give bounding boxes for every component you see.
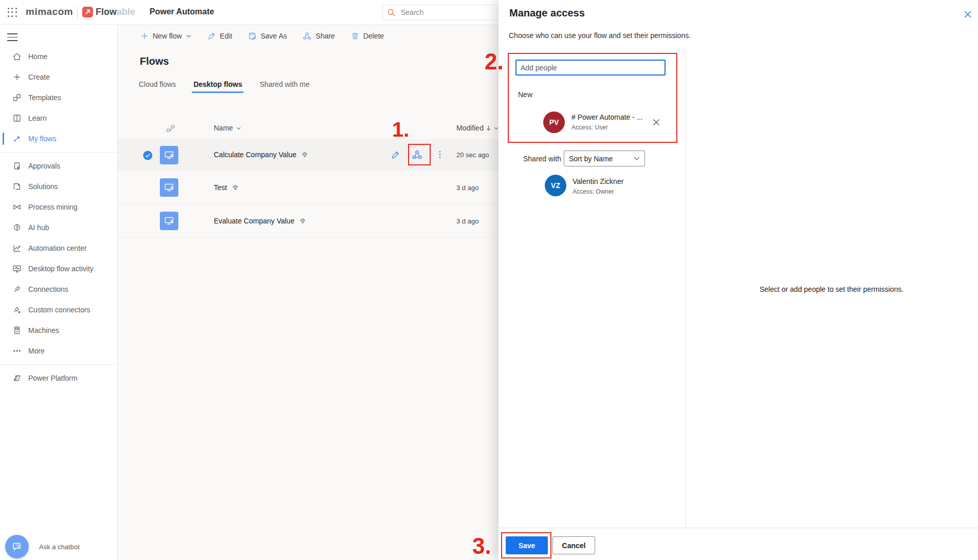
- book-icon: [12, 113, 22, 123]
- premium-diamond-icon: [301, 151, 308, 158]
- desktop-flow-icon: [160, 212, 178, 230]
- avatar: PV: [543, 111, 565, 133]
- table-row[interactable]: Test 3 d ago: [118, 171, 499, 204]
- share-icon: [302, 31, 312, 41]
- search-box[interactable]: [382, 5, 516, 20]
- cancel-button[interactable]: Cancel: [552, 536, 595, 554]
- sidebar-item-ai-hub[interactable]: AI hub: [0, 217, 117, 238]
- sidebar-item-connections[interactable]: Connections: [0, 279, 117, 300]
- approvals-icon: [12, 161, 22, 171]
- table-row[interactable]: Evaluate Company Value 3 d ago: [118, 204, 499, 238]
- selected-check-icon[interactable]: [143, 151, 153, 160]
- sidebar-item-process-mining[interactable]: Process mining: [0, 197, 117, 217]
- flows-toolbar: New flow Edit Save As Share Delete: [140, 25, 384, 47]
- power-automate-window: mimacom Flow able Power Automate Home Cr…: [0, 0, 978, 560]
- logo-divider: [77, 6, 78, 18]
- row-more-icon[interactable]: [435, 150, 445, 160]
- sidebar-item-more[interactable]: More: [0, 341, 117, 361]
- sidebar-item-home[interactable]: Home: [0, 46, 117, 67]
- flow-type-column-icon: [165, 123, 176, 134]
- sidebar-item-machines[interactable]: Machines: [0, 320, 117, 341]
- app-launcher-icon[interactable]: [7, 7, 18, 18]
- remove-person-icon[interactable]: [652, 118, 661, 127]
- sort-descending-icon: [486, 125, 491, 132]
- tab-shared-with-me[interactable]: Shared with me: [258, 78, 311, 93]
- premium-diamond-icon: [232, 184, 239, 191]
- row-edit-icon[interactable]: [390, 150, 401, 160]
- desktop-flow-icon: [160, 146, 178, 164]
- sort-by-dropdown[interactable]: Sort by Name: [564, 151, 645, 166]
- manage-access-panel: Manage access Choose who can use your fl…: [499, 0, 978, 560]
- sidebar-item-automation-center[interactable]: Automation center: [0, 238, 117, 258]
- save-as-icon: [248, 31, 257, 41]
- panel-subtitle: Choose who can use your flow and set the…: [509, 31, 691, 40]
- edit-button[interactable]: Edit: [207, 31, 232, 41]
- annotation-step-3: 3.: [472, 533, 491, 559]
- flow-tabs: Cloud flows Desktop flows Shared with me: [137, 78, 311, 93]
- save-button[interactable]: Save: [506, 536, 548, 554]
- sidebar-item-custom-connectors[interactable]: Custom connectors: [0, 300, 117, 320]
- svg-text:?: ?: [15, 544, 18, 548]
- templates-icon: [12, 92, 22, 103]
- sidebar-divider: [0, 364, 117, 365]
- new-person-access: Access: User: [571, 124, 608, 131]
- mimacom-logo: mimacom: [26, 6, 73, 17]
- flow-modified: 3 d ago: [456, 184, 478, 192]
- flowable-logo-icon: [82, 7, 93, 17]
- sidebar-item-desktop-flow-activity[interactable]: Desktop flow activity: [0, 258, 117, 279]
- sidebar-nav: Home Create Templates Learn My flows A: [0, 46, 117, 388]
- flowable-logo-flow: Flow: [96, 7, 117, 17]
- chatbot-icon: ?: [11, 540, 23, 553]
- chatbot-button[interactable]: ?: [5, 535, 29, 558]
- custom-connectors-icon: [12, 305, 22, 315]
- sidebar-item-my-flows[interactable]: My flows: [0, 128, 117, 149]
- flow-modified: 20 sec ago: [456, 151, 489, 159]
- sidebar-item-learn[interactable]: Learn: [0, 108, 117, 128]
- add-people-input[interactable]: [515, 60, 666, 76]
- flow-name: Test: [214, 183, 227, 192]
- new-person-name: # Power Automate - ...: [571, 113, 643, 121]
- home-icon: [12, 51, 22, 62]
- delete-button[interactable]: Delete: [350, 31, 384, 41]
- panel-footer-divider: [499, 528, 978, 528]
- avatar: VZ: [545, 175, 566, 196]
- new-section-label: New: [518, 90, 532, 99]
- my-flows-icon: [12, 134, 22, 144]
- sidebar-item-create[interactable]: Create: [0, 67, 117, 87]
- row-share-icon[interactable]: [411, 149, 423, 161]
- table-row[interactable]: Calculate Company Value 20 sec ago: [118, 139, 499, 171]
- sidebar-item-templates[interactable]: Templates: [0, 87, 117, 108]
- desktop-flow-icon: [160, 178, 178, 197]
- machines-icon: [12, 325, 22, 335]
- tab-cloud-flows[interactable]: Cloud flows: [137, 78, 177, 93]
- tab-desktop-flows[interactable]: Desktop flows: [192, 78, 244, 93]
- search-input[interactable]: [400, 8, 492, 17]
- sidebar-item-solutions[interactable]: Solutions: [0, 176, 117, 197]
- pencil-icon: [207, 31, 216, 41]
- trash-icon: [350, 31, 360, 41]
- chatbot-widget: ? Ask a chatbot: [5, 535, 80, 558]
- chatbot-label: Ask a chatbot: [39, 543, 80, 551]
- sidebar-item-power-platform[interactable]: Power Platform: [0, 368, 117, 388]
- premium-diamond-icon: [299, 217, 306, 225]
- share-button[interactable]: Share: [302, 31, 335, 41]
- modified-column-header[interactable]: Modified: [456, 124, 499, 132]
- hamburger-menu-icon[interactable]: [7, 31, 17, 39]
- name-column-header[interactable]: Name: [214, 124, 242, 132]
- chevron-down-icon: [634, 157, 640, 161]
- plus-icon: [140, 31, 149, 41]
- new-flow-button[interactable]: New flow: [140, 31, 192, 41]
- save-as-button[interactable]: Save As: [248, 31, 287, 41]
- sidebar-divider: [0, 152, 117, 153]
- table-header: Name Modified: [118, 119, 499, 139]
- app-title: Power Automate: [150, 7, 214, 16]
- flowable-logo-able: able: [117, 7, 135, 17]
- more-ellipsis-icon: [12, 346, 22, 356]
- flow-name: Calculate Company Value: [214, 151, 297, 159]
- close-icon[interactable]: [963, 9, 973, 20]
- plus-icon: [12, 72, 22, 82]
- connections-icon: [12, 284, 22, 294]
- sidebar-item-approvals[interactable]: Approvals: [0, 156, 117, 176]
- flow-name: Evaluate Company Value: [214, 217, 294, 225]
- chevron-down-icon: [186, 33, 192, 39]
